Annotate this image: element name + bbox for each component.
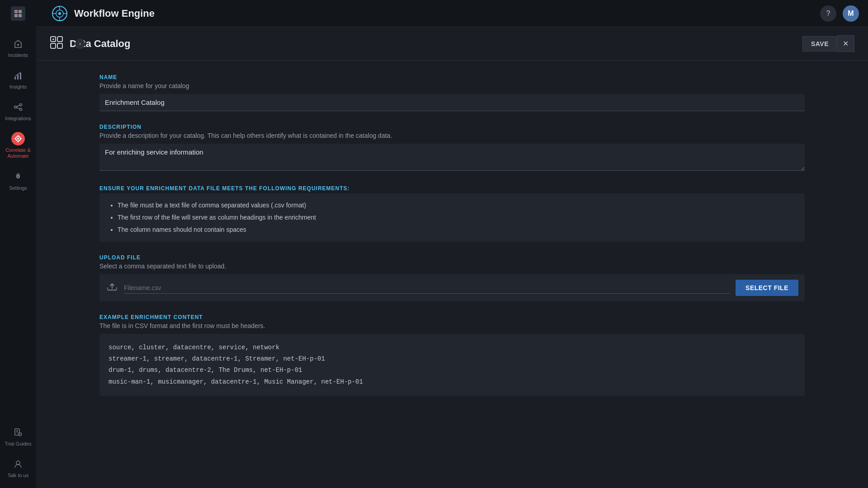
incidents-label: Incidents (8, 52, 28, 58)
name-input[interactable] (99, 94, 805, 111)
page-content: Data Catalog SAVE ✕ NAME Provide a name … (36, 27, 868, 488)
talk-to-us-label: Talk to us (8, 473, 28, 478)
svg-line-10 (17, 108, 20, 109)
sidebar-bottom: Trial Guides Talk to us (0, 420, 36, 483)
svg-point-8 (20, 108, 22, 111)
sidebar-item-insights[interactable]: Insights (0, 63, 36, 95)
svg-point-22 (19, 433, 20, 434)
name-section: NAME Provide a name for your catalog Ent… (99, 74, 805, 111)
svg-rect-0 (11, 6, 25, 21)
svg-point-1 (15, 11, 17, 13)
name-label: NAME (99, 74, 805, 80)
description-section: DESCRIPTION Provide a description for yo… (99, 124, 805, 173)
svg-line-9 (17, 105, 20, 107)
sidebar-item-integrations[interactable]: Integrations (0, 95, 36, 127)
settings-label: Settings (9, 185, 27, 191)
panel-header-icon (50, 36, 63, 52)
incidents-icon (11, 37, 25, 51)
example-line-1: source, cluster, datacentre, service, ne… (108, 342, 796, 353)
example-label: EXAMPLE ENRICHMENT CONTENT (99, 314, 805, 320)
trial-guides-icon (11, 426, 25, 439)
name-description: Provide a name for your catalog (99, 82, 805, 89)
svg-rect-32 (57, 37, 62, 42)
example-description: The file is in CSV format and the first … (99, 322, 805, 329)
integrations-icon (11, 100, 25, 114)
svg-rect-5 (20, 73, 21, 80)
sidebar-item-correlate[interactable]: Correlate & Automate (0, 127, 36, 164)
topbar-logo (52, 5, 68, 22)
panel-header: Data Catalog SAVE ✕ (36, 27, 868, 61)
svg-point-26 (58, 12, 61, 15)
sidebar: Incidents Insights Integrations (0, 0, 36, 488)
example-section: EXAMPLE ENRICHMENT CONTENT The file is i… (99, 314, 805, 396)
sidebar-item-trial-guides[interactable]: Trial Guides (0, 420, 36, 452)
description-label: DESCRIPTION (99, 124, 805, 130)
requirements-box: The file must be a text file of comma se… (99, 193, 805, 242)
upload-section: UPLOAD FILE Select a comma separated tex… (99, 254, 805, 301)
requirement-item-3: The column names should not contain spac… (118, 225, 796, 235)
upload-icon (106, 280, 118, 296)
topbar: › Workflow Engine ? M (36, 0, 868, 27)
sidebar-expand-button[interactable]: › (75, 39, 85, 49)
panel-title: Data Catalog (70, 38, 796, 50)
example-line-2: streamer-1, streamer, datacentre-1, Stre… (108, 353, 796, 365)
example-line-4: music-man-1, musicmanager, datacentre-1,… (108, 376, 796, 388)
sidebar-item-settings[interactable]: Settings (0, 164, 36, 196)
user-avatar[interactable]: M (843, 5, 859, 22)
description-input[interactable] (99, 144, 805, 171)
svg-rect-34 (57, 43, 62, 48)
svg-point-6 (14, 106, 17, 108)
upload-box: SELECT FILE (99, 274, 805, 301)
requirements-list: The file must be a text file of comma se… (108, 201, 796, 235)
svg-point-2 (17, 44, 19, 46)
example-content-box: source, cluster, datacentre, service, ne… (99, 334, 805, 396)
main-content: › Workflow Engine ? M (36, 0, 868, 488)
upload-description: Select a comma separated text file to up… (99, 263, 805, 270)
requirement-item-2: The first row of the file will serve as … (118, 213, 796, 222)
svg-point-7 (20, 104, 22, 106)
panel-actions: SAVE ✕ (802, 35, 854, 52)
example-line-3: drum-1, drums, datacentre-2, The Drums, … (108, 365, 796, 376)
sidebar-logo (9, 5, 27, 23)
correlate-label: Correlate & Automate (0, 147, 36, 159)
svg-rect-33 (51, 43, 56, 48)
requirement-item-1: The file must be a text file of comma se… (118, 201, 796, 210)
insights-label: Insights (9, 84, 27, 89)
trial-guides-label: Trial Guides (5, 441, 32, 446)
svg-rect-4 (17, 75, 19, 80)
form-area: NAME Provide a name for your catalog Ent… (36, 61, 868, 409)
sidebar-item-incidents[interactable]: Incidents (0, 32, 36, 63)
upload-label: UPLOAD FILE (99, 254, 805, 261)
insights-icon (11, 69, 25, 82)
svg-point-20 (18, 432, 22, 436)
svg-point-12 (17, 138, 19, 140)
correlate-icon (11, 132, 25, 145)
integrations-label: Integrations (5, 116, 31, 121)
filename-input[interactable] (124, 282, 730, 294)
talk-to-us-icon (11, 457, 25, 471)
svg-rect-3 (14, 77, 16, 80)
close-button[interactable]: ✕ (837, 35, 854, 52)
requirements-section: ENSURE YOUR ENRICHMENT DATA FILE MEETS T… (99, 185, 805, 242)
topbar-title: Workflow Engine (74, 8, 155, 19)
save-button[interactable]: SAVE (802, 36, 837, 52)
sidebar-item-talk-to-us[interactable]: Talk to us (0, 452, 36, 483)
requirements-label: ENSURE YOUR ENRICHMENT DATA FILE MEETS T… (99, 185, 805, 192)
select-file-button[interactable]: SELECT FILE (736, 280, 798, 296)
description-desc: Provide a description for your catalog. … (99, 132, 805, 139)
svg-point-23 (16, 461, 20, 465)
help-button[interactable]: ? (820, 5, 836, 22)
settings-icon (11, 170, 25, 183)
